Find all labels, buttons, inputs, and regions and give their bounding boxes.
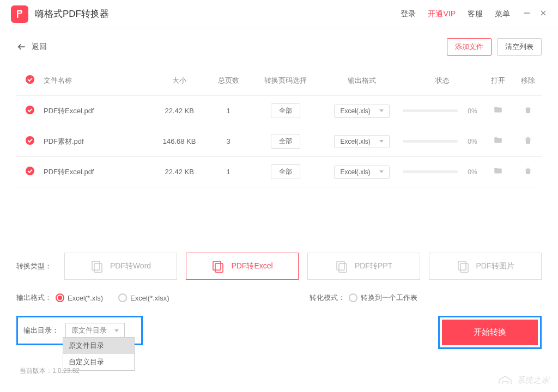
svg-rect-8 (339, 264, 347, 272)
type-card-excel[interactable]: PDF转Excel (186, 253, 299, 280)
nav-service[interactable]: 客服 (468, 9, 483, 19)
svg-rect-6 (215, 264, 223, 272)
chevron-down-icon (379, 140, 384, 143)
svg-rect-4 (94, 264, 102, 272)
svg-rect-10 (460, 264, 468, 272)
start-convert-button[interactable]: 开始转换 (442, 320, 538, 345)
type-card-word[interactable]: PDF转Word (64, 253, 177, 280)
file-size: 146.68 KB (152, 137, 207, 145)
file-name: PDF转Excel.pdf (44, 167, 152, 177)
radio-xls[interactable]: Excel(*.xls) (56, 293, 103, 302)
svg-rect-9 (458, 261, 466, 270)
house-icon (497, 375, 513, 385)
add-file-button[interactable]: 添加文件 (447, 38, 492, 56)
radio-xlsx[interactable]: Excel(*.xlsx) (118, 293, 169, 302)
watermark: 系统之家 (497, 375, 549, 385)
table-row: PDF素材.pdf 146.68 KB 3 全部 Excel(.xls) 0% (16, 126, 542, 157)
pdf-excel-icon (211, 260, 225, 273)
type-card-image[interactable]: PDF转图片 (429, 253, 542, 280)
dropdown-item-original[interactable]: 原文件目录 (63, 338, 134, 354)
header-page-selection: 转换页码选择 (250, 76, 321, 85)
trash-icon[interactable] (523, 136, 533, 145)
row-checkbox[interactable] (26, 106, 34, 114)
chevron-down-icon (379, 109, 384, 112)
page-select-button[interactable]: 全部 (271, 103, 300, 118)
format-select[interactable]: Excel(.xls) (334, 135, 389, 148)
file-name: PDF素材.pdf (44, 137, 152, 146)
back-button[interactable]: 返回 (16, 42, 47, 52)
header-size: 大小 (152, 76, 207, 85)
pdf-word-icon (90, 260, 104, 273)
back-label: 返回 (32, 42, 47, 52)
row-checkbox[interactable] (26, 136, 34, 145)
trash-icon[interactable] (523, 166, 533, 176)
progress-bar (403, 140, 458, 143)
convert-mode-label: 转化模式： (310, 293, 349, 303)
output-dir-dropdown: 原文件目录 自定义目录 (63, 337, 135, 371)
header-open: 打开 (482, 76, 514, 85)
output-dir-select[interactable]: 原文件目录 (65, 323, 125, 338)
output-dir-group: 输出目录： 原文件目录 原文件目录 自定义目录 (16, 316, 143, 345)
version-label: 当前版本：1.0.23.82 (20, 366, 80, 376)
file-pages: 3 (207, 137, 250, 145)
app-title: 嗨格式PDF转换器 (35, 8, 401, 20)
folder-icon[interactable] (493, 105, 503, 115)
progress-bar (403, 109, 458, 112)
header-format: 输出格式 (321, 76, 403, 85)
file-name: PDF转Excel.pdf (44, 106, 152, 116)
close-icon[interactable] (539, 9, 547, 19)
file-size: 22.42 KB (152, 168, 207, 176)
table-row: PDF转Excel.pdf 22.42 KB 1 全部 Excel(.xls) … (16, 96, 542, 126)
select-all-checkbox[interactable] (26, 75, 34, 84)
pdf-image-icon (457, 260, 470, 273)
nav-menu[interactable]: 菜单 (495, 9, 510, 19)
app-logo (11, 5, 28, 23)
folder-icon[interactable] (493, 166, 503, 176)
header-status: 状态 (403, 76, 482, 85)
output-dir-label: 输出目录： (23, 326, 59, 334)
progress-bar (403, 170, 458, 173)
file-size: 22.42 KB (152, 107, 207, 115)
page-select-button[interactable]: 全部 (271, 134, 300, 149)
chevron-down-icon (379, 170, 384, 173)
output-format-label: 输出格式： (16, 293, 56, 303)
nav-vip[interactable]: 开通VIP (428, 9, 456, 19)
radio-one-sheet[interactable]: 转换到一个工作表 (349, 293, 417, 303)
folder-icon[interactable] (493, 136, 503, 145)
trash-icon[interactable] (523, 105, 533, 115)
header-remove: 移除 (514, 76, 542, 85)
minimize-icon[interactable] (523, 9, 531, 19)
progress-percent: 0% (463, 107, 482, 115)
header-name: 文件名称 (44, 76, 152, 85)
svg-rect-3 (92, 261, 100, 270)
progress-percent: 0% (463, 138, 482, 145)
type-card-ppt[interactable]: PDF转PPT (307, 253, 420, 280)
svg-rect-7 (337, 261, 344, 270)
nav-login[interactable]: 登录 (401, 9, 416, 19)
page-select-button[interactable]: 全部 (271, 164, 300, 179)
arrow-left-icon (16, 42, 26, 52)
header-pages: 总页数 (207, 76, 250, 85)
convert-type-label: 转换类型： (16, 261, 56, 271)
clear-list-button[interactable]: 清空列表 (497, 38, 542, 56)
progress-percent: 0% (463, 168, 482, 176)
file-pages: 1 (207, 168, 250, 176)
file-pages: 1 (207, 107, 250, 115)
row-checkbox[interactable] (26, 167, 34, 175)
svg-rect-5 (213, 261, 221, 270)
chevron-down-icon (114, 329, 119, 332)
pdf-ppt-icon (335, 260, 348, 273)
format-select[interactable]: Excel(.xls) (334, 166, 389, 179)
format-select[interactable]: Excel(.xls) (334, 105, 389, 118)
table-row: PDF转Excel.pdf 22.42 KB 1 全部 Excel(.xls) … (16, 157, 542, 187)
